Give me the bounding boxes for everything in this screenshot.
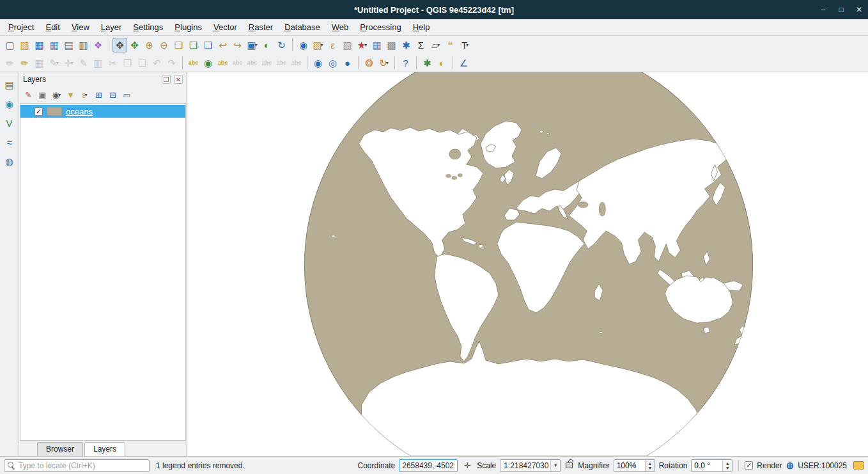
text-annotation-icon[interactable]: T▾ [458,38,472,52]
layer-labeling-icon[interactable]: abc [186,56,201,70]
zoom-to-layer-icon[interactable]: ❏ [201,38,215,52]
save-project-icon[interactable]: ▦ [32,38,47,52]
menu-web[interactable]: Web [326,20,355,35]
menu-view[interactable]: View [66,20,95,35]
menu-plugins[interactable]: Plugins [169,20,208,35]
layout-manager-icon[interactable]: ▥ [76,38,91,52]
menu-layer[interactable]: Layer [95,20,128,35]
rotation-input[interactable] [692,461,722,470]
metasearch-icon[interactable]: ◉ [311,56,325,70]
zoom-full-icon[interactable]: ❏ [171,38,186,52]
dock-tab-layers[interactable]: Layers [84,442,125,456]
plugin-reload-icon[interactable]: ↻▾ [376,56,391,70]
manage-map-themes-icon[interactable]: ◉▾ [50,88,63,102]
zoom-next-icon[interactable]: ↪ [230,38,245,52]
close-panel-icon[interactable]: ✕ [174,75,183,84]
minimize-button[interactable]: – [814,0,832,19]
select-features-icon[interactable]: ▧▾ [311,38,325,52]
menu-project[interactable]: Project [3,20,40,35]
chevron-down-icon[interactable]: ▾ [550,460,560,471]
highlight-labels-icon[interactable]: abc [215,56,230,70]
chevron-down-icon[interactable]: ▾ [437,42,440,48]
zoom-to-selection-icon[interactable]: ❏ [186,38,201,52]
new-project-icon[interactable]: ▢ [3,38,17,52]
coordinate-input[interactable] [399,459,458,472]
open-project-icon[interactable]: ▨ [17,38,32,52]
processing-history-icon[interactable]: ◐ [435,56,449,70]
chevron-down-icon[interactable]: ▾ [255,42,258,48]
web-services-icon[interactable]: ● [340,56,355,70]
pan-to-selection-icon[interactable]: ✥ [127,38,142,52]
chevron-down-icon[interactable]: ▾ [71,60,74,66]
menu-settings[interactable]: Settings [127,20,169,35]
curve-dock-icon[interactable]: ≈ [2,135,17,150]
spinner-arrows-icon[interactable]: ▴▾ [722,460,732,471]
chevron-down-icon[interactable]: ▾ [58,92,61,98]
vector-dock-icon[interactable]: V [2,116,17,130]
locate-bar[interactable] [4,459,150,472]
pan-map-icon[interactable]: ✥ [112,38,127,52]
layer-visibility-checkbox[interactable]: ✓ [35,107,43,116]
float-panel-icon[interactable]: ❐ [162,75,171,84]
layer-name[interactable]: oceans [66,107,93,116]
globe-dock-icon[interactable]: ◉ [2,97,17,111]
statistical-summary-icon[interactable]: Σ [414,38,428,52]
style-manager-icon[interactable]: ❖ [91,38,105,52]
zoom-last-icon[interactable]: ↩ [215,38,230,52]
new-print-layout-icon[interactable]: ▤ [61,38,76,52]
render-checkbox[interactable]: ✓ [745,461,753,470]
filter-legend-icon[interactable]: ▼ [64,88,77,102]
spinner-arrows-icon[interactable]: ▴▾ [645,460,655,471]
layer-diagram-icon[interactable]: ◉ [201,56,215,70]
scale-lock-icon[interactable] [566,462,573,468]
zoom-out-icon[interactable]: ⊖ [157,38,171,52]
layers-tree[interactable]: ✓oceans [20,103,186,441]
menu-vector[interactable]: Vector [208,20,243,35]
save-project-as-icon[interactable]: ▦ [47,38,61,52]
map-canvas[interactable] [187,72,868,456]
chevron-down-icon[interactable]: ▾ [321,42,323,48]
filter-expression-icon[interactable]: ε▾ [78,88,91,102]
dock-tab-browser[interactable]: Browser [37,442,83,456]
field-calculator-icon[interactable]: ▩ [384,38,399,52]
collapse-all-icon[interactable]: ⊟ [106,88,120,102]
chevron-down-icon[interactable]: ▾ [56,60,59,66]
deselect-features-icon[interactable]: ▧ [340,38,355,52]
magnifier-spinbox[interactable]: ▴▾ [614,459,655,472]
chevron-down-icon[interactable]: ▾ [364,42,367,48]
open-attribute-table-icon[interactable]: ▦ [369,38,384,52]
browser-dock-icon[interactable]: ▤ [2,77,17,92]
chevron-down-icon[interactable]: ▾ [84,92,87,98]
messages-icon[interactable] [853,461,864,470]
zoom-in-icon[interactable]: ⊕ [142,38,157,52]
identify-features-icon[interactable]: ◉ [296,38,311,52]
processing-options-icon[interactable]: ✱ [399,38,414,52]
rotation-spinbox[interactable]: ▴▾ [691,459,732,472]
temporal-controller-icon[interactable]: ◐ [260,38,274,52]
toggle-editing-icon[interactable]: ✏ [17,56,32,70]
add-group-icon[interactable]: ▣ [36,88,49,102]
chevron-down-icon[interactable]: ▾ [386,60,389,66]
close-button[interactable]: ✕ [850,0,868,19]
geonode-icon[interactable]: ◎ [325,56,340,70]
processing-toolbox-icon[interactable]: ✱ [420,56,435,70]
chevron-down-icon[interactable]: ▾ [466,42,469,48]
menu-raster[interactable]: Raster [243,20,279,35]
open-layer-styling-icon[interactable]: ✎ [22,88,35,102]
layer-row[interactable]: ✓oceans [20,105,185,118]
new-bookmark-icon[interactable]: ★▾ [355,38,369,52]
elevation-profile-icon[interactable]: ∠ [456,56,471,70]
crs-status[interactable]: USER:100025 [798,461,847,470]
magnifier-input[interactable] [614,461,645,470]
help-contents-icon[interactable]: ? [398,56,413,70]
menu-database[interactable]: Database [279,20,326,35]
measure-icon[interactable]: ▱▾ [428,38,443,52]
map-tips-icon[interactable]: ❝ [443,38,458,52]
osm-search-icon[interactable]: ❂ [362,56,376,70]
locate-input[interactable] [19,461,146,470]
remove-layer-icon[interactable]: ▭ [120,88,134,102]
refresh-map-icon[interactable]: ↻ [274,38,289,52]
scale-combo[interactable]: 1:218427030 ▾ [500,459,561,472]
menu-edit[interactable]: Edit [40,20,65,35]
select-by-expression-icon[interactable]: ε [325,38,340,52]
